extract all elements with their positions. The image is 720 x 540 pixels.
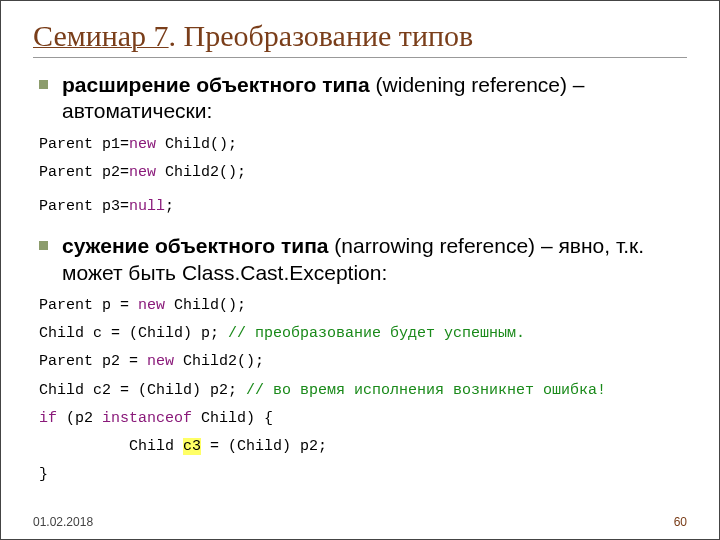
bullet-text-1: расширение объектного типа (widening ref… <box>62 72 687 125</box>
slide-footer: 01.02.2018 60 <box>33 515 687 529</box>
code2d-cm: // во время исполнения возникнет ошибка! <box>246 382 606 399</box>
code-line-1b: Parent p2=new Child2(); <box>39 163 687 183</box>
code2b-p1: Child c = (Child) p; <box>39 325 228 342</box>
code1a-p1: Parent p1= <box>39 136 129 153</box>
code-line-2c: Parent p2 = new Child2(); <box>39 352 687 372</box>
title-underlined: Семинар 7 <box>33 19 169 52</box>
bullet-item-1: расширение объектного типа (widening ref… <box>39 72 687 125</box>
code2c-kw: new <box>147 353 174 370</box>
code-line-2f: Child c3 = (Child) p2; <box>39 437 687 457</box>
code2f-p2: = (Child) p2; <box>201 438 327 455</box>
code-line-1a: Parent p1=new Child(); <box>39 135 687 155</box>
code-line-1c: Parent p3=null; <box>39 197 687 217</box>
code2e-p1: (p2 <box>57 410 102 427</box>
code-line-2a: Parent p = new Child(); <box>39 296 687 316</box>
bullet-icon <box>39 80 48 89</box>
code2e-p2: Child) { <box>192 410 273 427</box>
code1c-kw: null <box>129 198 165 215</box>
bullet-item-2: сужение объектного типа (narrowing refer… <box>39 233 687 286</box>
code1b-p1: Parent p2= <box>39 164 129 181</box>
code2c-p2: Child2(); <box>174 353 264 370</box>
code2d-p1: Child c2 = (Child) p2; <box>39 382 246 399</box>
code-line-2g: } <box>39 465 687 485</box>
code1a-kw: new <box>129 136 156 153</box>
code2e-kw1: if <box>39 410 57 427</box>
code1c-p2: ; <box>165 198 174 215</box>
code-line-2d: Child c2 = (Child) p2; // во время испол… <box>39 381 687 401</box>
footer-date: 01.02.2018 <box>33 515 93 529</box>
code2c-p1: Parent p2 = <box>39 353 147 370</box>
code2g-p1: } <box>39 466 48 483</box>
footer-page-number: 60 <box>674 515 687 529</box>
title-divider <box>33 57 687 58</box>
code2f-p1: Child <box>39 438 183 455</box>
slide: Семинар 7. Преобразование типов расширен… <box>1 1 719 539</box>
title-rest: . Преобразование типов <box>169 19 474 52</box>
code-line-2e: if (p2 instanceof Child) { <box>39 409 687 429</box>
bullet-icon <box>39 241 48 250</box>
code1b-kw: new <box>129 164 156 181</box>
bullet-text-2: сужение объектного типа (narrowing refer… <box>62 233 687 286</box>
bullet1-bold: расширение объектного типа <box>62 73 370 96</box>
code2b-cm: // преобразование будет успешным. <box>228 325 525 342</box>
bullet2-bold: сужение объектного типа <box>62 234 329 257</box>
code2a-p1: Parent p = <box>39 297 138 314</box>
code2f-hl: c3 <box>183 438 201 455</box>
code1a-p2: Child(); <box>156 136 237 153</box>
code1b-p2: Child2(); <box>156 164 246 181</box>
code2a-p2: Child(); <box>165 297 246 314</box>
code2a-kw: new <box>138 297 165 314</box>
slide-title: Семинар 7. Преобразование типов <box>33 19 687 53</box>
code-line-2b: Child c = (Child) p; // преобразование б… <box>39 324 687 344</box>
code1c-p1: Parent p3= <box>39 198 129 215</box>
code2e-kw2: instanceof <box>102 410 192 427</box>
